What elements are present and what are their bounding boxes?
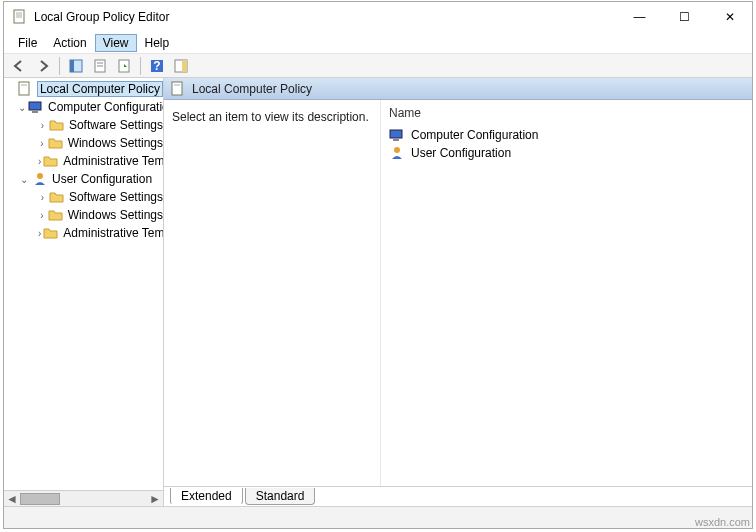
tree-item-label: Software Settings xyxy=(69,118,163,132)
tree-item-label: Computer Configuration xyxy=(48,100,163,114)
tab-extended[interactable]: Extended xyxy=(170,488,243,505)
export-button[interactable] xyxy=(113,55,135,77)
tree-computer-config[interactable]: ⌄ Computer Configuration xyxy=(4,98,163,116)
tree-sidebar: Local Computer Policy ⌄ Computer Configu… xyxy=(4,78,164,506)
expand-icon[interactable]: › xyxy=(38,210,46,221)
tree-item-label: Administrative Templates xyxy=(63,226,163,240)
scroll-left-icon[interactable]: ◄ xyxy=(4,492,20,506)
computer-icon xyxy=(28,99,44,115)
expand-icon[interactable]: › xyxy=(38,192,47,203)
tree-root[interactable]: Local Computer Policy xyxy=(4,80,163,98)
forward-button[interactable] xyxy=(32,55,54,77)
window-title: Local Group Policy Editor xyxy=(34,10,617,24)
expand-icon[interactable]: ⌄ xyxy=(18,102,26,113)
user-icon xyxy=(389,145,405,161)
svg-rect-5 xyxy=(70,60,74,72)
horizontal-scrollbar[interactable]: ◄ ► xyxy=(4,490,163,506)
folder-icon xyxy=(48,135,64,151)
tree-admin-templates[interactable]: › Administrative Templates xyxy=(4,224,163,242)
tree-item-label: Windows Settings xyxy=(68,136,163,150)
items-pane: Name Computer Configuration User Configu… xyxy=(380,100,752,486)
user-icon xyxy=(32,171,48,187)
close-button[interactable]: ✕ xyxy=(707,2,752,32)
menu-file[interactable]: File xyxy=(10,34,45,52)
folder-icon xyxy=(43,153,59,169)
svg-rect-14 xyxy=(19,82,29,95)
description-pane: Select an item to view its description. xyxy=(164,100,380,486)
tree-item-label: Software Settings xyxy=(69,190,163,204)
menu-action[interactable]: Action xyxy=(45,34,94,52)
folder-icon xyxy=(48,207,64,223)
list-item-label: Computer Configuration xyxy=(411,128,538,142)
action-pane-button[interactable] xyxy=(170,55,192,77)
expand-icon[interactable]: ⌄ xyxy=(18,174,30,185)
show-tree-button[interactable] xyxy=(65,55,87,77)
back-button[interactable] xyxy=(8,55,30,77)
svg-rect-13 xyxy=(182,60,187,72)
svg-point-23 xyxy=(394,147,400,153)
toolbar: ? xyxy=(4,54,752,78)
tree-software-settings[interactable]: › Software Settings xyxy=(4,116,163,134)
svg-rect-21 xyxy=(390,130,402,138)
content-title: Local Computer Policy xyxy=(192,82,312,96)
tree-windows-settings[interactable]: › Windows Settings xyxy=(4,134,163,152)
help-button[interactable]: ? xyxy=(146,55,168,77)
menu-help[interactable]: Help xyxy=(137,34,178,52)
content-header: Local Computer Policy xyxy=(164,78,752,100)
tree-item-label: User Configuration xyxy=(52,172,152,186)
properties-button[interactable] xyxy=(89,55,111,77)
expand-icon[interactable]: › xyxy=(38,228,41,239)
list-item[interactable]: Computer Configuration xyxy=(389,126,744,144)
folder-icon xyxy=(43,225,59,241)
svg-point-18 xyxy=(37,173,43,179)
maximize-button[interactable]: ☐ xyxy=(662,2,707,32)
svg-rect-17 xyxy=(32,111,38,113)
view-tabs: Extended Standard xyxy=(164,486,752,506)
list-item-label: User Configuration xyxy=(411,146,511,160)
svg-rect-16 xyxy=(29,102,41,110)
list-item[interactable]: User Configuration xyxy=(389,144,744,162)
statusbar xyxy=(4,506,752,528)
computer-icon xyxy=(389,127,405,143)
scroll-right-icon[interactable]: ► xyxy=(147,492,163,506)
tree-root-label: Local Computer Policy xyxy=(37,81,163,97)
folder-icon xyxy=(49,189,65,205)
tree-windows-settings[interactable]: › Windows Settings xyxy=(4,206,163,224)
svg-text:?: ? xyxy=(153,59,160,73)
column-header-name[interactable]: Name xyxy=(389,106,744,126)
policy-icon xyxy=(170,81,186,97)
menubar: File Action View Help xyxy=(4,32,752,54)
tree-item-label: Windows Settings xyxy=(68,208,163,222)
policy-icon xyxy=(17,81,33,97)
tree-software-settings[interactable]: › Software Settings xyxy=(4,188,163,206)
tab-standard[interactable]: Standard xyxy=(245,488,316,505)
svg-rect-19 xyxy=(172,82,182,95)
tree-admin-templates[interactable]: › Administrative Templates xyxy=(4,152,163,170)
tree-item-label: Administrative Templates xyxy=(63,154,163,168)
watermark: wsxdn.com xyxy=(695,516,750,528)
scroll-thumb[interactable] xyxy=(20,493,60,505)
minimize-button[interactable]: — xyxy=(617,2,662,32)
svg-rect-22 xyxy=(393,139,399,141)
tree-user-config[interactable]: ⌄ User Configuration xyxy=(4,170,163,188)
expand-icon[interactable]: › xyxy=(38,138,46,149)
expand-icon[interactable]: › xyxy=(38,156,41,167)
expand-icon[interactable]: › xyxy=(38,120,47,131)
titlebar: Local Group Policy Editor — ☐ ✕ xyxy=(4,2,752,32)
app-icon xyxy=(12,9,28,25)
menu-view[interactable]: View xyxy=(95,34,137,52)
content-pane: Local Computer Policy Select an item to … xyxy=(164,78,752,506)
folder-icon xyxy=(49,117,65,133)
